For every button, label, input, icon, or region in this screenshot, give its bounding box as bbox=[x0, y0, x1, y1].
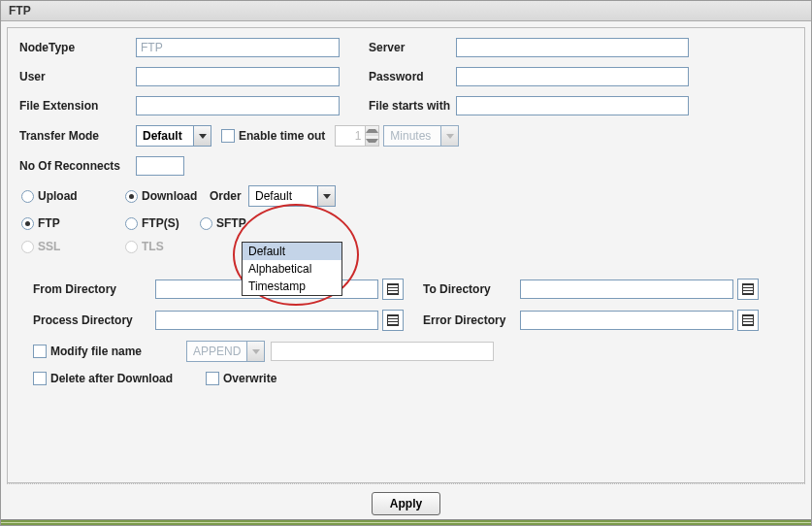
label-ssl: SSL bbox=[38, 240, 125, 253]
list-icon bbox=[387, 283, 399, 295]
label-transfer-mode: Transfer Mode bbox=[19, 129, 136, 143]
upload-radio[interactable] bbox=[21, 190, 34, 203]
order-option-alphabetical[interactable]: Alphabetical bbox=[243, 260, 341, 278]
modify-value-field[interactable] bbox=[271, 342, 494, 361]
file-extension-field[interactable] bbox=[136, 96, 340, 115]
label-order: Order bbox=[210, 189, 248, 203]
label-ftps: FTP(S) bbox=[142, 216, 200, 230]
order-dropdown-list[interactable]: Default Alphabetical Timestamp bbox=[242, 242, 342, 296]
server-field[interactable] bbox=[456, 38, 689, 57]
to-dir-field[interactable] bbox=[520, 279, 733, 299]
order-select[interactable]: Default bbox=[248, 185, 336, 207]
sftp-radio[interactable] bbox=[200, 217, 212, 230]
transfer-mode-dropdown-button[interactable] bbox=[193, 126, 211, 146]
to-dir-browse-button[interactable] bbox=[737, 279, 759, 300]
label-error-dir: Error Directory bbox=[423, 313, 520, 327]
no-reconnects-field[interactable] bbox=[136, 156, 184, 176]
error-dir-browse-button[interactable] bbox=[737, 310, 759, 331]
timeout-unit-value: Minutes bbox=[384, 126, 440, 146]
label-no-reconnects: No Of Reconnects bbox=[19, 159, 136, 173]
timeout-value: 1 bbox=[336, 126, 365, 146]
ftp-radio[interactable] bbox=[21, 217, 34, 230]
order-option-timestamp[interactable]: Timestamp bbox=[243, 278, 341, 295]
label-sftp: SFTP bbox=[216, 216, 246, 230]
label-tls: TLS bbox=[142, 240, 164, 253]
nodetype-field[interactable] bbox=[136, 38, 340, 57]
timeout-spinner[interactable]: 1 bbox=[335, 125, 379, 147]
error-dir-field[interactable] bbox=[520, 311, 733, 330]
ftp-window: FTP NodeType Server User Password File E… bbox=[0, 0, 812, 526]
order-option-default[interactable]: Default bbox=[243, 243, 341, 260]
overwrite-checkbox[interactable] bbox=[206, 372, 219, 385]
timeout-spinner-buttons[interactable] bbox=[365, 126, 378, 146]
label-user: User bbox=[19, 70, 136, 83]
order-value: Default bbox=[249, 186, 317, 206]
tls-radio bbox=[125, 241, 138, 253]
label-overwrite: Overwrite bbox=[223, 372, 276, 385]
password-field[interactable] bbox=[456, 67, 689, 86]
transfer-mode-value: Default bbox=[137, 126, 193, 146]
process-dir-browse-button[interactable] bbox=[382, 310, 404, 331]
timeout-unit-select[interactable]: Minutes bbox=[383, 125, 459, 147]
modify-mode-select[interactable]: APPEND bbox=[186, 341, 265, 362]
modify-mode-dropdown-button[interactable] bbox=[246, 342, 264, 361]
label-file-starts-with: File starts with bbox=[369, 99, 456, 113]
user-field[interactable] bbox=[136, 67, 340, 86]
list-icon bbox=[742, 314, 754, 326]
label-upload: Upload bbox=[38, 189, 125, 203]
file-starts-with-field[interactable] bbox=[456, 96, 689, 115]
label-modify-filename: Modify file name bbox=[50, 345, 186, 358]
transfer-mode-select[interactable]: Default bbox=[136, 125, 211, 147]
order-dropdown-button[interactable] bbox=[317, 186, 335, 206]
main-panel: NodeType Server User Password File Exten… bbox=[7, 27, 805, 483]
modify-filename-checkbox[interactable] bbox=[33, 345, 47, 358]
from-dir-browse-button[interactable] bbox=[382, 279, 404, 300]
label-file-extension: File Extension bbox=[19, 99, 136, 113]
modify-mode-value: APPEND bbox=[187, 342, 246, 361]
label-ftp: FTP bbox=[38, 216, 125, 230]
label-server: Server bbox=[369, 41, 456, 54]
footer-line bbox=[1, 519, 811, 525]
download-radio[interactable] bbox=[125, 190, 138, 203]
list-icon bbox=[387, 314, 399, 326]
delete-after-download-checkbox[interactable] bbox=[33, 372, 47, 385]
apply-bar: Apply bbox=[7, 483, 805, 519]
label-enable-timeout: Enable time out bbox=[239, 129, 325, 143]
label-download: Download bbox=[142, 189, 210, 203]
process-dir-field[interactable] bbox=[155, 311, 378, 330]
label-delete-after-download: Delete after Download bbox=[50, 372, 206, 385]
list-icon bbox=[742, 283, 754, 295]
window-title: FTP bbox=[1, 1, 811, 21]
timeout-unit-dropdown-button[interactable] bbox=[440, 126, 458, 146]
label-from-dir: From Directory bbox=[19, 282, 155, 296]
apply-button[interactable]: Apply bbox=[372, 492, 440, 515]
ftps-radio[interactable] bbox=[125, 217, 138, 230]
label-nodetype: NodeType bbox=[19, 41, 136, 54]
label-to-dir: To Directory bbox=[423, 282, 520, 296]
label-password: Password bbox=[369, 70, 456, 83]
ssl-radio bbox=[21, 241, 34, 253]
enable-timeout-checkbox[interactable] bbox=[221, 129, 235, 143]
label-process-dir: Process Directory bbox=[19, 313, 155, 327]
